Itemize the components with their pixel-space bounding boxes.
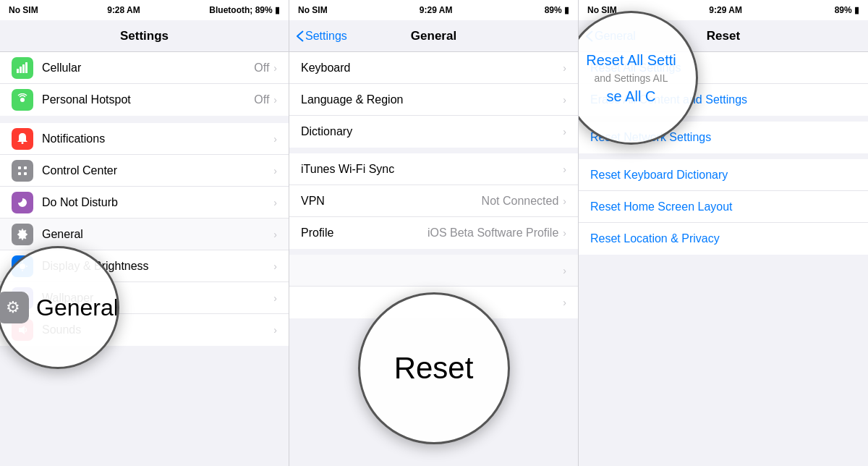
circle-erase-text: se All C (586, 88, 676, 105)
sounds-chevron: › (273, 324, 277, 336)
control-center-chevron: › (273, 165, 277, 177)
hotspot-value: Off (254, 93, 269, 106)
svg-rect-9 (24, 172, 27, 175)
item-notifications[interactable]: Notifications › (0, 123, 289, 155)
display-chevron: › (273, 260, 277, 272)
item-general[interactable]: General › (0, 219, 289, 250)
cellular-icon (12, 57, 33, 79)
itunes-label: iTunes Wi-Fi Sync (301, 163, 563, 176)
profile-chevron: › (563, 227, 566, 239)
dnd-icon (12, 192, 33, 213)
vpn-label: VPN (301, 195, 482, 208)
svg-rect-0 (17, 69, 19, 73)
spacer-3c (579, 255, 868, 260)
item-reset-entry[interactable]: › (289, 255, 578, 287)
reset-entry-chevron: › (563, 265, 566, 276)
panel-settings: No SIM 9:28 AM Bluetooth; 89% ▮ Settings… (0, 0, 289, 466)
item-dictionary[interactable]: Dictionary › (289, 116, 578, 148)
hotspot-chevron: › (273, 94, 277, 106)
wallpaper-chevron: › (273, 292, 277, 304)
item-itunes-sync[interactable]: iTunes Wi-Fi Sync › (289, 153, 578, 185)
section-general-mid: iTunes Wi-Fi Sync › VPN Not Connected › … (289, 153, 578, 249)
gear-icon: ⚙ (0, 292, 29, 323)
spacer-3b (579, 153, 868, 159)
keyboard-label: Keyboard (301, 62, 563, 75)
profile-value: iOS Beta Software Profile (427, 226, 558, 240)
panel-reset: No SIM 9:29 AM 89% ▮ General Reset Reset… (579, 0, 868, 466)
carrier-2: No SIM (298, 5, 328, 15)
svg-rect-6 (18, 166, 21, 169)
battery-1: Bluetooth; 89% ▮ (209, 5, 280, 15)
section-network: Cellular Off › Personal Hotspot Off › (0, 52, 289, 116)
circle-reset-all-text: Reset All Setti (586, 51, 676, 69)
section-general-top: Keyboard › Language & Region › Dictionar… (289, 52, 578, 148)
svg-rect-8 (18, 172, 21, 175)
status-bar-1: No SIM 9:28 AM Bluetooth; 89% ▮ (0, 0, 289, 20)
time-1: 9:28 AM (107, 5, 140, 15)
item-keyboard[interactable]: Keyboard › (289, 52, 578, 84)
status-bar-2: No SIM 9:29 AM 89% ▮ (289, 0, 578, 20)
notifications-chevron: › (273, 133, 277, 145)
control-center-label: Control Center (42, 164, 273, 177)
dnd-label: Do Not Disturb (42, 196, 273, 209)
keyboard-chevron: › (563, 62, 566, 74)
nav-title-1: Settings (120, 29, 169, 43)
item-profile[interactable]: Profile iOS Beta Software Profile › (289, 217, 578, 249)
notifications-icon (12, 128, 33, 150)
svg-point-4 (20, 98, 25, 102)
nav-bar-2: Settings General (289, 20, 578, 52)
item-cellular[interactable]: Cellular Off › (0, 52, 289, 84)
circle-reset: Reset (358, 292, 510, 444)
cellular-chevron: › (273, 62, 277, 74)
general-icon (12, 224, 33, 245)
circle-reset-sub-text: and Settings AIL (586, 72, 676, 84)
reset-keyboard-label: Reset Keyboard Dictionary (590, 169, 856, 182)
reset-location-label: Reset Location & Privacy (590, 232, 856, 245)
hotspot-label: Personal Hotspot (42, 93, 254, 106)
general-label: General (42, 228, 273, 241)
spacer-2b (289, 249, 578, 255)
svg-rect-3 (25, 62, 27, 73)
item-reset-keyboard[interactable]: Reset Keyboard Dictionary (579, 159, 868, 191)
carrier-1: No SIM (9, 5, 38, 15)
spacer-1 (0, 116, 289, 123)
back-button-2[interactable]: Settings (297, 30, 347, 43)
general-chevron: › (273, 229, 277, 240)
item-reset-home[interactable]: Reset Home Screen Layout (579, 191, 868, 223)
item-hotspot[interactable]: Personal Hotspot Off › (0, 84, 289, 116)
language-label: Language & Region (301, 93, 563, 106)
cellular-value: Off (254, 62, 269, 75)
time-3: 9:29 AM (709, 5, 742, 15)
battery-3: 89% ▮ (835, 5, 859, 15)
battery-2: 89% ▮ (545, 5, 569, 15)
svg-rect-1 (20, 67, 22, 73)
vpn-chevron: › (563, 195, 566, 207)
placeholder-chevron: › (563, 297, 566, 308)
svg-rect-5 (22, 142, 24, 144)
item-reset-location[interactable]: Reset Location & Privacy (579, 223, 868, 255)
item-language[interactable]: Language & Region › (289, 84, 578, 116)
svg-rect-2 (22, 64, 25, 73)
back-label-2: Settings (305, 30, 347, 43)
dictionary-label: Dictionary (301, 125, 563, 138)
cellular-label: Cellular (42, 62, 254, 75)
itunes-chevron: › (563, 164, 566, 175)
time-2: 9:29 AM (420, 5, 453, 15)
nav-title-2: General (411, 29, 456, 43)
circle-general-content: ⚙ General (0, 292, 119, 323)
item-control-center[interactable]: Control Center › (0, 155, 289, 187)
circle-general-text: General (36, 295, 119, 321)
hotspot-icon (12, 89, 33, 111)
nav-title-3: Reset (707, 29, 740, 43)
profile-label: Profile (301, 226, 427, 240)
item-dnd[interactable]: Do Not Disturb › (0, 187, 289, 219)
control-center-icon (12, 160, 33, 182)
circle-reset-all-content: Reset All Setti and Settings AIL se All … (579, 42, 685, 114)
circle-reset-text: Reset (394, 351, 474, 386)
item-vpn[interactable]: VPN Not Connected › (289, 185, 578, 217)
dnd-chevron: › (273, 197, 277, 208)
notifications-label: Notifications (42, 132, 273, 145)
panel-general: No SIM 9:29 AM 89% ▮ Settings General Ke… (289, 0, 579, 466)
vpn-value: Not Connected (482, 195, 559, 208)
language-chevron: › (563, 94, 566, 106)
